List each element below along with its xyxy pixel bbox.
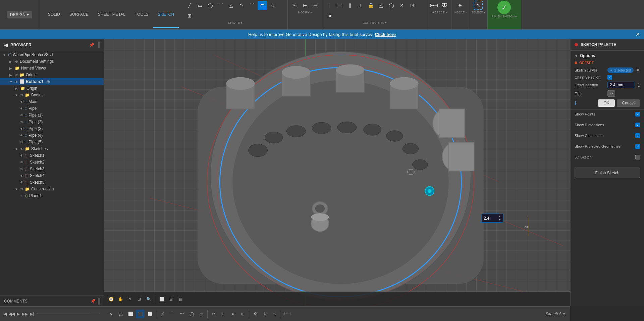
offset-down-btn[interactable]: ▼ [638,85,640,88]
mirror-icon[interactable]: ⇔ [268,1,277,10]
offset-position-input[interactable] [607,82,634,88]
grid-icon[interactable]: ⊞ [167,295,175,304]
eye-sketches[interactable]: 👁 [20,147,23,151]
midpoint-icon[interactable]: ⇥ [324,11,334,20]
skip-forward-icon[interactable]: ▶| [30,312,34,316]
tab-sketch[interactable]: SKETCH [153,1,179,28]
eye-sketch2[interactable]: 👁 [20,160,23,164]
equal-icon[interactable]: △ [376,1,386,10]
lasso-sel[interactable]: ⬜ [146,310,154,318]
eye-pipe[interactable]: 👁 [20,107,23,110]
zoom-extent-icon[interactable]: ⊡ [135,295,144,304]
tree-item-pipe4[interactable]: 👁 □ Pipe (4) [0,132,104,139]
canvas-offset-input[interactable]: ▲ ▼ [481,214,503,223]
info-icon[interactable]: ℹ [575,100,576,106]
select-tool[interactable]: ↖ [107,310,115,318]
eye-pipe3[interactable]: 👁 [20,127,23,131]
insert-icon[interactable]: ⊕ [455,1,465,10]
eye-pipe2[interactable]: 👁 [20,120,23,124]
tree-item-origin2[interactable]: ▶ 📁 Origin [0,85,104,92]
pattern-icon[interactable]: ⊞ [185,11,194,20]
dim-tool[interactable]: ⊢⊣ [283,310,291,318]
eye-bodies[interactable]: 👁 [20,93,23,97]
eye-bottom1[interactable]: 👁 [15,80,18,84]
tab-surface[interactable]: SURFACE [65,1,93,28]
show-projected-checkbox[interactable] [635,144,640,149]
chain-selection-checkbox[interactable] [607,75,612,80]
measure-icon[interactable]: ⊢⊣ [429,1,439,10]
display-settings-icon[interactable]: ⬜ [157,295,166,304]
show-constraints-checkbox[interactable] [635,133,640,138]
eye-pipe4[interactable]: 👁 [20,134,23,137]
extend-icon[interactable]: ⊢ [300,1,310,10]
crossing-sel[interactable]: ⬜ [126,310,135,318]
eye-sketch1[interactable]: 👁 [20,154,23,157]
selected-pill[interactable]: ↖ 1 selected [607,67,634,73]
ok-button[interactable]: OK [598,99,614,107]
tree-item-bottom1[interactable]: ▼ 👁 ⬜ Bottom:1 ◎ [0,78,104,85]
image-icon[interactable]: 🖼 [440,1,449,10]
notification-close[interactable]: ✕ [636,31,640,38]
finish-sketch-check[interactable]: ✓ [497,1,511,14]
sidebar-collapse[interactable]: ◀ [4,42,8,48]
comments-pin[interactable]: 📌 [91,299,96,304]
eye-sketch5[interactable]: 👁 [20,181,23,184]
tab-sheet-metal[interactable]: SHEET METAL [93,1,130,28]
show-dimensions-checkbox[interactable] [635,123,640,127]
sketch-3d-checkbox[interactable] [635,155,640,159]
canvas-area[interactable]: 50 ▲ ▼ TOP FRONT 🧭 ✋ ↻ ⊡ 🔍 ⬜ ⊞ ▤ [104,39,644,306]
cancel-button[interactable]: Cancel [617,99,640,107]
canvas-value-field[interactable] [484,216,497,221]
arc-tool[interactable]: ⌒ [168,310,176,318]
tangent-icon[interactable]: ◯ [387,1,396,10]
spline-icon[interactable]: 〜 [237,1,246,10]
trim-tool[interactable]: ✂ [209,310,218,318]
tree-item-origin[interactable]: ▶ 👁 📁 Origin [0,72,104,78]
design-dropdown[interactable]: DESIGN ▾ [7,11,32,18]
eye-sketch4[interactable]: 👁 [20,174,23,178]
triangle-icon[interactable]: △ [226,1,236,10]
tree-item-named-views[interactable]: ▶ 📁 Named Views [0,65,104,72]
step-back-icon[interactable]: ◀◀ [9,312,15,316]
rotate-tool[interactable]: ↻ [261,310,269,318]
view-icon[interactable]: ▤ [176,295,185,304]
parallel-icon[interactable]: ∥ [345,1,355,10]
mirror-tool[interactable]: ⇔ [229,310,237,318]
scale-tool[interactable]: ⤡ [270,310,279,318]
tree-item-pipe1[interactable]: 👁 □ Pipe (1) [0,112,104,119]
tab-tools[interactable]: TOOLS [130,1,153,28]
line-icon[interactable]: ╱ [185,1,194,10]
tree-item-sketch3[interactable]: 👁 ⬚ Sketch3 [0,166,104,172]
coincident-icon[interactable]: | [324,1,334,10]
arc-icon[interactable]: ⌒ [216,1,225,10]
eye-pipe5[interactable]: 👁 [20,140,23,144]
tree-item-sketch4[interactable]: 👁 ⬚ Sketch4 [0,172,104,179]
offset-tool[interactable]: ⊏ [219,310,228,318]
collinear-icon[interactable]: ═ [335,1,344,10]
tree-item-sketch2[interactable]: 👁 ⬚ Sketch2 [0,159,104,166]
eye-pipe1[interactable]: 👁 [20,113,23,117]
tree-item-root[interactable]: ▼ ⬡ WaterPipeRouterV3 v1 [0,51,104,58]
eye-sketch3[interactable]: 👁 [20,167,23,171]
perp-icon[interactable]: ⊥ [356,1,365,10]
step-forward-icon[interactable]: ▶▶ [22,312,28,316]
line-tool[interactable]: ╱ [158,310,167,318]
rect-icon[interactable]: ▭ [195,1,205,10]
tree-item-sketch1[interactable]: 👁 ⬚ Sketch1 [0,152,104,159]
move-tool[interactable]: ✥ [251,310,260,318]
tree-item-pipe[interactable]: 👁 □ Pipe [0,105,104,112]
tree-item-doc-settings[interactable]: ▶ ⚙ Document Settings [0,58,104,65]
show-points-checkbox[interactable] [635,112,640,117]
clear-selection-btn[interactable]: ✕ [636,68,640,73]
skip-back-icon[interactable]: |◀ [3,312,7,316]
break-icon[interactable]: ⊣ [311,1,320,10]
tab-solid[interactable]: SOLID [43,1,65,28]
options-title[interactable]: ▼ Options [575,53,640,58]
tree-item-pipe5[interactable]: 👁 □ Pipe (5) [0,139,104,145]
tree-item-bodies[interactable]: ▼ 👁 📁 Bodies [0,92,104,98]
tree-item-main[interactable]: 👁 □ Main [0,98,104,105]
offset-up-btn[interactable]: ▲ [638,82,640,85]
rect-tool[interactable]: ▭ [197,310,206,318]
select-icon[interactable]: ↖ [474,1,483,10]
tree-item-sketch5[interactable]: 👁 ⬚ Sketch5 [0,179,104,186]
